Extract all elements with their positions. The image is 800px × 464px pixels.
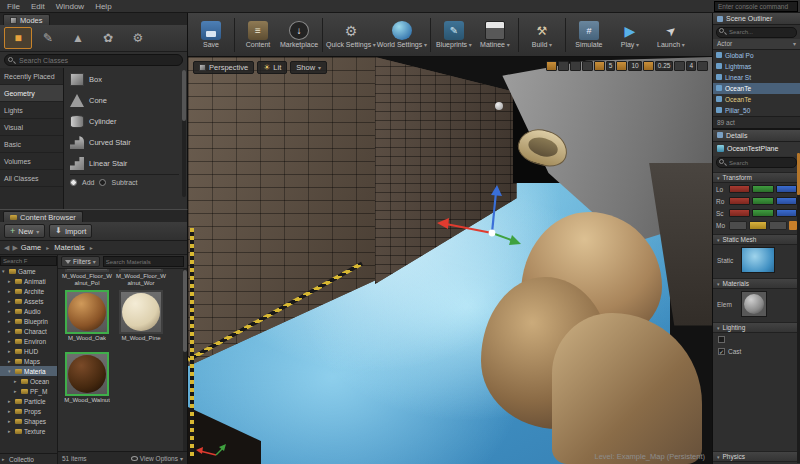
folder-row[interactable]: Props — [0, 406, 57, 416]
show-button[interactable]: Show — [290, 61, 327, 74]
marketplace-button[interactable]: Marketplace — [279, 15, 319, 55]
outliner-row[interactable]: OceanTe — [713, 94, 800, 105]
asset-scrollbar[interactable] — [183, 269, 187, 451]
physics-section-header[interactable]: Physics — [713, 451, 800, 462]
asset-tile[interactable]: M_Wood_Walnut — [61, 352, 113, 412]
expander-icon[interactable] — [8, 428, 13, 434]
expander-icon[interactable] — [8, 308, 13, 314]
expander-icon[interactable] — [8, 398, 13, 404]
category-recently-placed[interactable]: Recently Placed — [0, 68, 63, 85]
folder-row[interactable]: Charact — [0, 326, 57, 336]
angle-snap-value[interactable]: 10 — [628, 61, 641, 71]
asset-search-input[interactable] — [103, 256, 184, 267]
content-browser-tab[interactable]: Content Browser — [3, 211, 83, 222]
grid-snap-value[interactable]: 5 — [606, 61, 616, 71]
folder-row[interactable]: Texture — [0, 426, 57, 436]
rotation-y-field[interactable] — [752, 197, 773, 205]
new-button[interactable]: + New — [4, 224, 45, 238]
modes-scrollbar[interactable] — [182, 70, 186, 197]
expander-icon[interactable] — [8, 348, 13, 354]
placeable-box[interactable]: Box — [70, 69, 179, 90]
back-button[interactable] — [4, 244, 9, 252]
build-button[interactable]: Build — [522, 15, 562, 55]
launch-button[interactable]: Launch — [651, 15, 691, 55]
placeable-cone[interactable]: Cone — [70, 90, 179, 111]
folder-row[interactable]: Audio — [0, 306, 57, 316]
category-geometry[interactable]: Geometry — [0, 85, 63, 102]
lit-mode-button[interactable]: Lit — [257, 61, 287, 74]
expander-icon[interactable] — [8, 338, 13, 344]
folder-row[interactable]: Maps — [0, 356, 57, 366]
scale-snap-value[interactable]: 0.25 — [655, 61, 674, 71]
asset-tile[interactable]: M_Wood_Floor_Walnut_Pol — [61, 269, 113, 288]
outliner-search-input[interactable] — [716, 27, 797, 38]
blueprints-button[interactable]: Blueprints — [434, 15, 474, 55]
content-button[interactable]: Content — [238, 15, 278, 55]
folder-row[interactable]: HUD — [0, 346, 57, 356]
maximize-viewport-icon[interactable] — [697, 61, 708, 71]
subtract-radio[interactable] — [99, 179, 106, 186]
import-button[interactable]: ⬇ Import — [49, 224, 92, 238]
scale-y-field[interactable] — [752, 209, 773, 217]
expander-icon[interactable] — [8, 288, 13, 294]
filters-button[interactable]: Filters — [61, 256, 100, 267]
breadcrumb-materials[interactable]: Materials — [54, 243, 84, 252]
camera-speed-value[interactable]: 4 — [686, 61, 696, 71]
add-radio[interactable] — [70, 179, 77, 186]
outliner-row[interactable]: Pillar_50 — [713, 105, 800, 116]
folder-row[interactable]: Animati — [0, 276, 57, 286]
expander-icon[interactable] — [8, 328, 13, 334]
console-command-input[interactable] — [714, 1, 798, 12]
expander-icon[interactable] — [8, 298, 13, 304]
expander-icon[interactable] — [14, 378, 19, 384]
world-space-icon[interactable] — [582, 61, 593, 71]
view-options-button[interactable]: View Options — [131, 455, 183, 462]
category-visual[interactable]: Visual — [0, 119, 63, 136]
mobility-static-button[interactable] — [729, 221, 747, 230]
material-preview[interactable] — [741, 291, 767, 317]
geometry-mode-icon[interactable]: ⚙ — [124, 27, 152, 49]
placeable-cylinder[interactable]: Cylinder — [70, 111, 179, 132]
save-button[interactable]: Save — [191, 15, 231, 55]
transform-section-header[interactable]: Transform — [713, 172, 800, 183]
lighting-section-header[interactable]: Lighting — [713, 322, 800, 333]
rotation-z-field[interactable] — [776, 197, 797, 205]
modes-tab[interactable]: Modes — [3, 14, 50, 25]
scale-z-field[interactable] — [776, 209, 797, 217]
forward-button[interactable] — [12, 244, 17, 252]
modes-search-input[interactable] — [4, 54, 183, 66]
perspective-button[interactable]: Perspective — [193, 61, 254, 74]
outliner-row-selected[interactable]: OceanTe — [713, 83, 800, 94]
folder-search-input[interactable] — [0, 256, 57, 266]
placeable-linear-stair[interactable]: Linear Stair — [70, 153, 179, 174]
breadcrumb-game[interactable]: Game — [21, 243, 41, 252]
folder-row[interactable]: Ocean — [0, 376, 57, 386]
outliner-row[interactable]: Lightmas — [713, 61, 800, 72]
grid-snap-icon[interactable] — [594, 61, 605, 71]
matinee-button[interactable]: Matinee — [475, 15, 515, 55]
checkbox[interactable] — [718, 336, 725, 343]
play-button[interactable]: Play — [610, 15, 650, 55]
asset-tile[interactable]: M_Wood_Pine — [115, 290, 167, 350]
expander-icon[interactable] — [8, 358, 13, 364]
category-all-classes[interactable]: All Classes — [0, 170, 63, 187]
menu-edit[interactable]: Edit — [31, 2, 45, 11]
checkbox-checked[interactable] — [718, 348, 725, 355]
landscape-mode-icon[interactable]: ▲ — [64, 27, 92, 49]
folder-row[interactable]: Shapes — [0, 416, 57, 426]
static-mesh-preview[interactable] — [741, 247, 775, 273]
simulate-button[interactable]: Simulate — [569, 15, 609, 55]
translate-tool-icon[interactable] — [546, 61, 557, 71]
scale-x-field[interactable] — [729, 209, 750, 217]
outliner-column-header[interactable]: Actor — [713, 39, 800, 50]
folder-row[interactable]: Assets — [0, 296, 57, 306]
menu-help[interactable]: Help — [95, 2, 111, 11]
category-volumes[interactable]: Volumes — [0, 153, 63, 170]
asset-tile[interactable]: M_Wood_Floor_Walnut_Wor — [115, 269, 167, 288]
folder-row[interactable]: Environ — [0, 336, 57, 346]
selected-object-row[interactable]: OceanTestPlane — [713, 142, 800, 156]
mobility-stationary-button[interactable] — [749, 221, 767, 230]
details-header[interactable]: Details — [713, 130, 800, 142]
translate-gizmo[interactable] — [434, 183, 526, 255]
angle-snap-icon[interactable] — [616, 61, 627, 71]
